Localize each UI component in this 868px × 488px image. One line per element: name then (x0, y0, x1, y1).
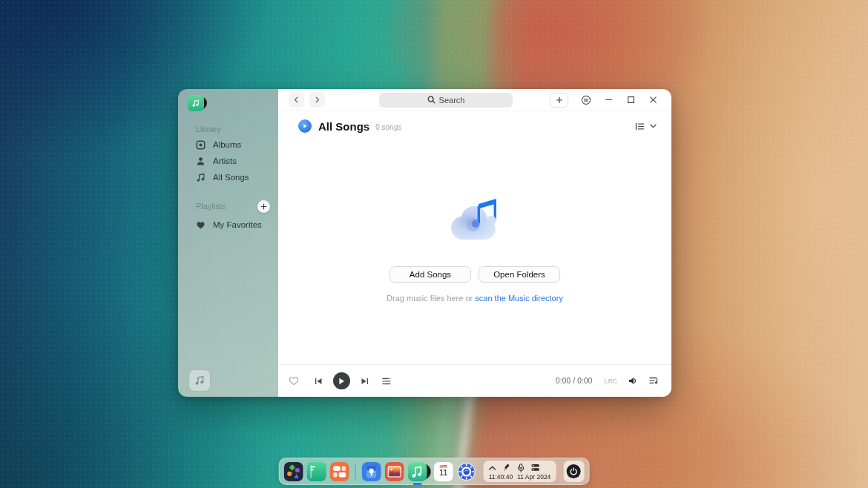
cloud-music-icon (445, 195, 504, 244)
previous-icon (315, 377, 323, 385)
player-bar: 0:00 / 0:00 LRC (278, 364, 671, 397)
chevron-right-icon (314, 96, 320, 103)
image-viewer-icon (385, 462, 404, 481)
music-note-icon (196, 173, 206, 182)
empty-state: Add Songs Open Folders Drag music files … (278, 138, 671, 364)
dock-image-viewer-icon[interactable] (385, 462, 404, 481)
terminal-icon (307, 462, 326, 481)
sidebar-item-my-favorites[interactable]: My Favorites (178, 217, 278, 233)
plus-icon (260, 203, 267, 210)
dock-terminal-icon[interactable] (307, 462, 326, 481)
sidebar-item-albums[interactable]: Albums (178, 136, 278, 153)
search-icon (427, 96, 435, 104)
file-manager-icon (362, 462, 381, 481)
play-icon (338, 377, 345, 385)
playlists-section-label: Playlists (196, 199, 226, 214)
power-area (563, 461, 584, 482)
menu-icon (581, 95, 591, 105)
minimize-icon (605, 96, 613, 104)
music-note-icon (194, 375, 205, 386)
main-panel: Search (278, 89, 671, 397)
microphone-icon[interactable] (518, 464, 525, 472)
shutdown-button[interactable] (567, 464, 581, 478)
add-music-button[interactable] (550, 93, 568, 108)
close-icon (649, 96, 657, 104)
dock-file-manager-icon[interactable] (362, 462, 381, 481)
lyric-lines-icon (382, 377, 391, 385)
song-count: 0 songs (375, 123, 401, 131)
calendar-day: 11 (439, 469, 447, 478)
search-input[interactable]: Search (379, 93, 513, 108)
launcher-icon (284, 462, 303, 481)
tray-icons (489, 464, 551, 472)
previous-track-button[interactable] (315, 377, 323, 385)
maximize-icon (627, 96, 635, 104)
window-controls (550, 92, 664, 108)
dock-calendar-icon[interactable]: APR 11 (434, 462, 453, 481)
dock-separator (355, 464, 356, 479)
maximize-button[interactable] (619, 92, 642, 108)
dock: APR 11 11:40:40 11 Apr 2024 (279, 458, 590, 485)
titlebar[interactable]: Search (278, 89, 671, 111)
control-center-icon (457, 462, 476, 481)
playlists-section-row: Playlists (178, 199, 278, 214)
play-button[interactable] (333, 372, 350, 389)
tray-clock: 11:40:40 (489, 474, 513, 481)
menu-button[interactable] (575, 92, 597, 108)
add-playlist-button[interactable] (257, 200, 270, 213)
search-placeholder: Search (439, 96, 465, 105)
next-icon (361, 377, 369, 385)
close-button[interactable] (642, 92, 664, 108)
dock-music-icon[interactable] (408, 462, 427, 481)
tray-datetime[interactable]: 11:40:40 11 Apr 2024 (489, 474, 551, 481)
screenshot-pen-icon[interactable] (503, 464, 511, 472)
sidebar-item-all-songs[interactable]: All Songs (178, 169, 278, 185)
next-track-button[interactable] (361, 377, 369, 385)
playlist-button[interactable] (649, 377, 659, 385)
scan-music-directory-link[interactable]: scan the Music directory (475, 294, 563, 303)
forward-button[interactable] (309, 92, 325, 108)
sidebar: Library Albums Artists All Songs Playlis… (178, 89, 278, 397)
add-songs-button[interactable]: Add Songs (389, 266, 471, 283)
power-icon (570, 467, 578, 475)
sidebar-item-label: Albums (213, 140, 241, 149)
sidebar-item-artists[interactable]: Artists (178, 153, 278, 169)
library-section-label: Library (178, 122, 278, 136)
dock-control-center-icon[interactable] (457, 462, 476, 481)
tray-panel-list-icon[interactable] (531, 464, 540, 472)
plus-icon (556, 96, 563, 104)
sort-list-icon (635, 122, 645, 131)
volume-button[interactable] (628, 377, 638, 385)
open-folders-button[interactable]: Open Folders (479, 266, 560, 283)
running-indicator (413, 483, 422, 485)
content-header: All Songs 0 songs (278, 111, 671, 138)
lyric-queue-button[interactable] (382, 377, 391, 385)
playback-time: 0:00 / 0:00 (556, 377, 592, 385)
sort-control[interactable] (635, 122, 657, 131)
system-tray: 11:40:40 11 Apr 2024 (484, 461, 556, 482)
sidebar-item-label: All Songs (213, 173, 249, 182)
heart-icon (196, 220, 206, 230)
empty-state-actions: Add Songs Open Folders (389, 266, 560, 283)
album-icon (196, 140, 206, 150)
tray-expand-chevron-up-icon[interactable] (489, 466, 496, 470)
app-logo-music-icon (188, 95, 204, 111)
music-app-window: Library Albums Artists All Songs Playlis… (178, 89, 671, 397)
dock-app-store-icon[interactable] (330, 462, 349, 481)
artist-icon (196, 156, 206, 166)
dock-launcher-icon[interactable] (284, 462, 303, 481)
calendar-icon: APR 11 (434, 462, 453, 481)
drag-hint: Drag music files here or scan the Music … (387, 294, 563, 303)
app-store-icon (330, 462, 349, 481)
list-note-icon (649, 377, 659, 385)
page-title: All Songs (318, 120, 369, 133)
drag-hint-text: Drag music files here or (387, 294, 473, 303)
sidebar-item-label: Artists (213, 156, 237, 165)
back-button[interactable] (289, 92, 304, 108)
lrc-toggle[interactable]: LRC (605, 377, 617, 385)
minimize-button[interactable] (597, 92, 619, 108)
play-all-button[interactable] (298, 119, 312, 133)
favorite-button[interactable] (289, 376, 299, 386)
heart-outline-icon (289, 376, 299, 386)
music-app-icon (408, 462, 427, 481)
